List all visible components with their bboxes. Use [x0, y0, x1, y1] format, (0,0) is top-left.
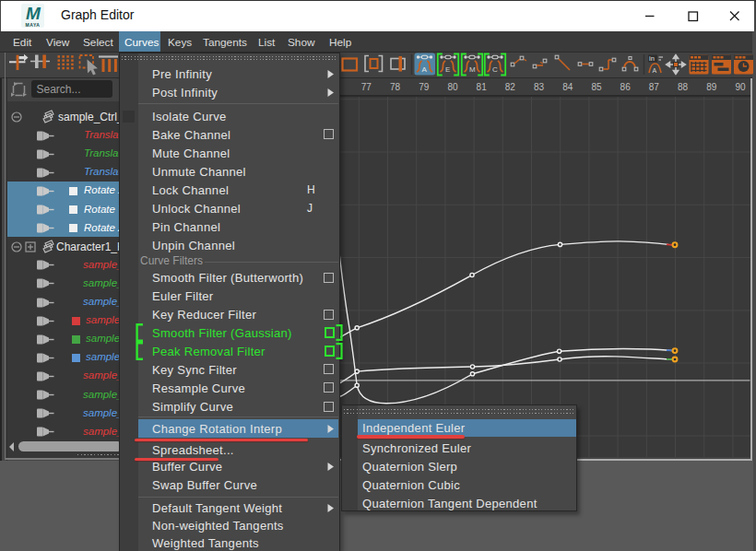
svg-text:in: in: [649, 54, 655, 63]
svg-text:E: E: [445, 65, 450, 74]
svg-text:A: A: [653, 67, 657, 74]
svg-text:A: A: [422, 65, 428, 74]
svg-text:C: C: [492, 65, 498, 74]
svg-text:M: M: [469, 65, 476, 74]
